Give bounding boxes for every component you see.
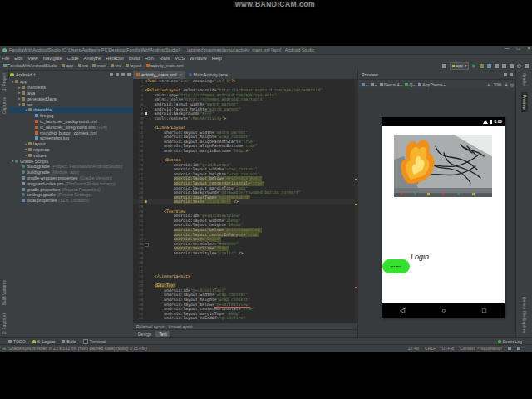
tab-activity_main-xml[interactable]: activity_main.xml× xyxy=(133,71,185,79)
tree-item[interactable]: ▾drawable xyxy=(8,107,133,113)
tab-text[interactable]: Text xyxy=(155,331,170,337)
hide-panel-icon[interactable] xyxy=(127,73,131,76)
menu-help[interactable]: Help xyxy=(212,56,222,61)
hide-panel-icon[interactable] xyxy=(510,73,513,76)
tool-tab-captures[interactable]: Captures xyxy=(2,97,7,114)
debug-button[interactable] xyxy=(480,64,484,68)
tree-item[interactable]: ▾res xyxy=(8,101,133,107)
menu-window[interactable]: Window xyxy=(190,56,207,61)
zoom-fit-icon[interactable]: ◎ xyxy=(510,82,514,87)
breadcrumb-item[interactable]: layout xyxy=(126,63,141,68)
breadcrumb-item[interactable]: res xyxy=(111,63,121,68)
zoom-out-icon[interactable]: ⊖ xyxy=(487,82,490,87)
tool-tab-build-variants[interactable]: Build Variants xyxy=(2,280,7,305)
menu-view[interactable]: View xyxy=(27,56,37,61)
theme-select[interactable]: AppTheme ▾ xyxy=(418,82,445,87)
menu-tools[interactable]: Tools xyxy=(159,56,170,61)
menu-navigate[interactable]: Navigate xyxy=(43,56,62,61)
tree-extra: (Project Properties) xyxy=(62,187,100,192)
code-area[interactable]: 1<?xml version="1.0" encoding="utf-8"?>2… xyxy=(133,79,357,323)
profiler-button[interactable] xyxy=(487,64,491,68)
run-configuration-select[interactable]: app ▾ xyxy=(450,62,470,70)
tree-item[interactable]: ▸layout xyxy=(8,141,133,147)
encoding[interactable]: UTF-8 xyxy=(442,346,455,351)
breadcrumb-item[interactable]: activity_main.xml xyxy=(146,63,184,68)
tool-tab-gradle[interactable]: Gradle xyxy=(522,73,527,86)
minimize-button[interactable]: — xyxy=(505,46,510,51)
tree-item[interactable]: ▸manifests xyxy=(8,85,133,91)
maximize-button[interactable]: □ xyxy=(517,46,520,51)
tab-design[interactable]: Design xyxy=(135,331,155,337)
locate-file-icon[interactable] xyxy=(110,73,113,76)
device-select[interactable]: Nexus 4 ▾ xyxy=(380,82,401,87)
device-manager-icon[interactable] xyxy=(502,64,506,68)
menu-code[interactable]: Code xyxy=(67,56,79,61)
code-line[interactable]: 52 android:layout_toEndOf="@+id/fire" xyxy=(133,316,357,321)
settings-gear-icon[interactable] xyxy=(504,73,507,76)
menu-file[interactable]: File xyxy=(2,56,9,61)
wrench-icon[interactable] xyxy=(442,64,446,68)
toolwindow-build[interactable]: Build xyxy=(62,339,76,344)
breadcrumb-item[interactable]: src xyxy=(78,63,88,68)
tree-item[interactable]: gradle.properties(Project Properties) xyxy=(8,186,133,192)
close-icon[interactable]: × xyxy=(180,72,182,77)
event-log-button[interactable]: Event Log xyxy=(498,339,522,344)
zoom-in-icon[interactable]: ⊕ xyxy=(504,82,507,87)
tree-item[interactable]: local.properties(SDK Location) xyxy=(8,198,133,204)
toolwindow-terminal[interactable]: Terminal xyxy=(83,339,106,344)
tree-item[interactable]: ▸generatedJava xyxy=(8,96,133,101)
tree-item[interactable]: ▸mipmap xyxy=(8,147,133,153)
tree-item[interactable]: ▾Gradle Scripts xyxy=(8,158,133,164)
breadcrumb-item[interactable]: FamiliaWithAndroidStudio xyxy=(3,63,57,68)
tree-item[interactable]: fire.jpg xyxy=(8,113,133,119)
breadcrumb-item[interactable]: app xyxy=(62,63,73,68)
lock-icon[interactable] xyxy=(508,347,511,350)
tree-item[interactable]: settings.gradle(Project Settings) xyxy=(8,192,133,198)
menu-run[interactable]: Run xyxy=(145,56,154,61)
tree-item[interactable]: ▾app xyxy=(8,79,133,85)
bandicam-watermark: www.BANDICAM.com xyxy=(235,0,315,8)
tool-tab-2-favorites[interactable]: 2: Favorites xyxy=(2,313,7,334)
menu-edit[interactable]: Edit xyxy=(14,56,22,61)
highlight-level-icon[interactable] xyxy=(517,347,520,350)
close-button[interactable]: × xyxy=(527,46,530,51)
tree-item[interactable]: build.gradle(Project: FamiliaWithAndroid… xyxy=(8,164,133,170)
collapse-all-icon[interactable] xyxy=(116,73,119,76)
caret-position[interactable]: 27:48 xyxy=(408,346,419,351)
menu-analyze[interactable]: Analyze xyxy=(84,56,101,61)
search-icon[interactable] xyxy=(517,64,521,68)
run-button[interactable]: ▶ xyxy=(472,64,476,68)
settings-gear-icon[interactable] xyxy=(121,73,125,76)
toolwindow-logcat[interactable]: 6: Logcat xyxy=(32,339,55,344)
avd-manager-icon[interactable] xyxy=(525,64,529,68)
project-view-selector[interactable]: Android xyxy=(16,72,32,77)
menu-build[interactable]: Build xyxy=(129,56,140,61)
design-surface-select[interactable]: ▾ xyxy=(362,83,367,87)
line-separator[interactable]: CRLF xyxy=(425,346,436,351)
tree-item[interactable]: proguard-rules.pro(ProGuard Rules for ap… xyxy=(8,180,133,186)
tree-item[interactable]: gradle-wrapper.properties(Gradle Version… xyxy=(8,175,133,181)
tool-tab-preview[interactable]: Preview xyxy=(521,92,528,112)
preview-canvas[interactable]: 8:00 xyxy=(358,89,516,337)
orientation-select[interactable]: ▾ xyxy=(371,83,377,87)
tree-label: fire.jpg xyxy=(40,113,53,118)
tree-item[interactable]: ic_launcher_foreground.xml(v24) xyxy=(8,124,133,130)
tool-tab-1-project[interactable]: 1: Project xyxy=(2,73,7,91)
tree-item[interactable]: build.gradle(Module: app) xyxy=(8,170,133,175)
tree-item[interactable]: ▸values xyxy=(8,152,133,158)
tab-mainactivity-java[interactable]: MainActivity.java xyxy=(185,71,231,79)
breadcrumb-item[interactable]: main xyxy=(92,63,106,68)
stop-button[interactable] xyxy=(495,64,499,68)
tool-tab-device-file-explorer[interactable]: Device File Explorer xyxy=(522,297,527,334)
tree-item[interactable]: screenshot.jpg xyxy=(8,135,133,141)
menu-vcs[interactable]: VCS xyxy=(175,56,185,61)
tree-item[interactable]: ic_launcher_background.xml xyxy=(8,119,133,125)
tree-item[interactable]: rounded_button_corners.xml xyxy=(8,130,133,135)
code-editor[interactable]: 1<?xml version="1.0" encoding="utf-8"?>2… xyxy=(133,79,357,337)
toolwindow-grid-icon[interactable]: ⊞ xyxy=(2,346,6,351)
tree-item[interactable]: ▸java xyxy=(8,91,133,96)
api-select[interactable]: Q ▾ xyxy=(405,82,415,87)
toolwindow-todo[interactable]: TODO xyxy=(8,339,26,344)
menu-refactor[interactable]: Refactor xyxy=(106,56,124,61)
gradle-sync-icon[interactable] xyxy=(510,64,514,68)
